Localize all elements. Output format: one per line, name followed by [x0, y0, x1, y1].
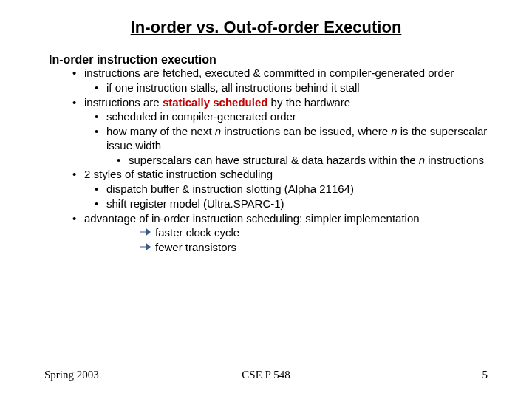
- bullet-item: dispatch buffer & instruction slotting (…: [95, 183, 488, 197]
- footer: Spring 2003 CSE P 548 5: [0, 369, 532, 381]
- text: by the hardware: [267, 96, 350, 109]
- bullet-list: if one instruction stalls, all instructi…: [95, 81, 488, 95]
- bullet-item: scheduled in compiler-generated order: [95, 110, 488, 124]
- bullet-item: fewer transistors: [139, 241, 488, 255]
- bullet-list: faster clock cycle fewer transistors: [139, 226, 488, 255]
- bullet-list: advantage of in-order instruction schedu…: [72, 212, 488, 226]
- text: how many of the next: [106, 125, 215, 137]
- text: fewer transistors: [155, 241, 236, 253]
- bullet-item: instructions are statically scheduled by…: [72, 96, 488, 110]
- text: superscalars can have structural & data …: [129, 154, 419, 166]
- bullet-list: dispatch buffer & instruction slotting (…: [95, 183, 488, 211]
- bullet-item: 2 styles of static instruction schedulin…: [72, 168, 488, 182]
- var-n: n: [391, 125, 397, 137]
- bullet-item: faster clock cycle: [139, 226, 488, 240]
- bullet-item: instructions are fetched, executed & com…: [72, 66, 488, 81]
- bullet-list: instructions are statically scheduled by…: [72, 96, 488, 110]
- text: instructions: [425, 154, 484, 166]
- bullet-item: advantage of in-order instruction schedu…: [72, 212, 488, 226]
- bullet-list: instructions are fetched, executed & com…: [72, 66, 488, 81]
- bullet-list: superscalars can have structural & data …: [117, 154, 488, 168]
- footer-right: 5: [482, 369, 488, 381]
- var-n: n: [215, 125, 221, 137]
- text: instructions are: [84, 96, 163, 109]
- emphasis: statically scheduled: [163, 96, 268, 109]
- section-heading: In-order instruction execution: [49, 53, 488, 66]
- bullet-list: 2 styles of static instruction schedulin…: [72, 168, 488, 182]
- text: instructions can be issued, where: [221, 125, 391, 137]
- bullet-list: scheduled in compiler-generated order ho…: [95, 110, 488, 152]
- slide-title: In-order vs. Out-of-order Execution: [44, 18, 488, 37]
- bullet-item: how many of the next n instructions can …: [95, 125, 488, 153]
- text: faster clock cycle: [155, 226, 239, 239]
- footer-left: Spring 2003: [44, 369, 99, 381]
- arrow-icon: [139, 242, 151, 251]
- bullet-item: if one instruction stalls, all instructi…: [95, 81, 488, 95]
- bullet-item: shift register model (Ultra.SPARC-1): [95, 197, 488, 211]
- bullet-item: superscalars can have structural & data …: [117, 154, 488, 168]
- var-n: n: [419, 154, 425, 166]
- slide: In-order vs. Out-of-order Execution In-o…: [0, 0, 532, 399]
- arrow-icon: [139, 228, 151, 236]
